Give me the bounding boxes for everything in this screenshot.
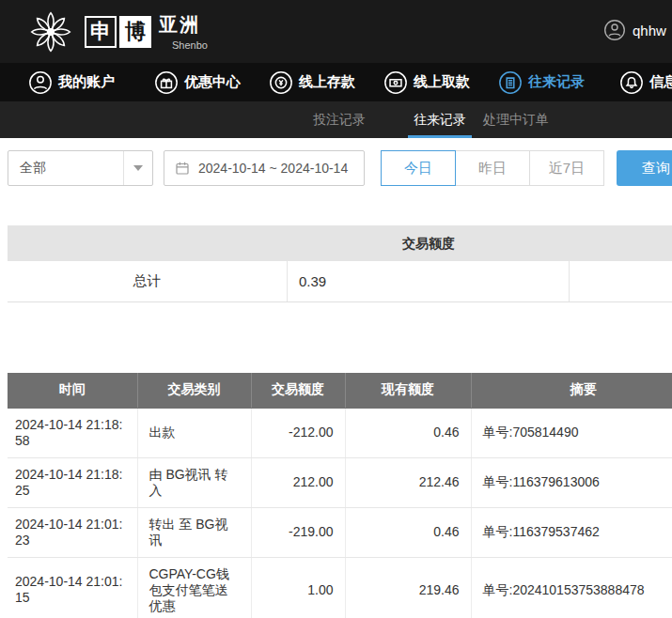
nav-item-records[interactable]: 往来记录 [498, 63, 585, 101]
table-cell: 1.00 [251, 557, 345, 618]
table-cell: 2024-10-14 21:01:15 [8, 557, 137, 618]
table-cell: 0.46 [345, 408, 471, 457]
calendar-icon [174, 160, 191, 177]
table-row: 2024-10-14 21:18:25由 BG视讯 转入212.00212.46… [8, 457, 672, 507]
records-icon [498, 70, 523, 95]
nav-item-deposit[interactable]: 线上存款 [269, 63, 355, 101]
date-range-input[interactable]: 2024-10-14 ~ 2024-10-14 [164, 150, 365, 186]
logo-region: 亚洲 [159, 12, 208, 38]
nav-item-messages[interactable]: 信息 [619, 63, 672, 101]
table-cell: 由 BG视讯 转入 [137, 457, 251, 507]
table-cell: 单号:116379613006 [471, 457, 672, 507]
nav-label: 线上取款 [414, 73, 470, 91]
table-cell: 212.00 [251, 457, 345, 507]
tab-transaction-records[interactable]: 往来记录 [414, 101, 466, 138]
record-tabs: 投注记录 往来记录 处理中订单 [0, 101, 672, 138]
top-bar: 申 博 亚洲 Shenbo qhhw [0, 0, 672, 63]
col-header-time: 时间 [8, 373, 137, 408]
nav-label: 优惠中心 [184, 73, 241, 91]
category-select[interactable]: 全部 [8, 150, 153, 186]
quick-filter-last7days[interactable]: 近7日 [529, 150, 604, 186]
logo-region-wrap: 亚洲 Shenbo [159, 12, 208, 51]
table-cell: 单号:202410153753888478 [471, 557, 672, 618]
col-header-type: 交易类别 [137, 373, 251, 408]
table-cell: 219.46 [345, 557, 471, 618]
table-cell: 转出 至 BG视讯 [137, 507, 251, 557]
nav-label: 往来记录 [528, 73, 585, 91]
search-button[interactable]: 查询 [617, 150, 672, 186]
table-cell: 212.46 [345, 457, 471, 507]
nav-item-promotions[interactable]: 优惠中心 [154, 63, 241, 101]
nav-label: 线上存款 [299, 73, 355, 91]
nav-item-my-account[interactable]: 我的账户 [28, 63, 115, 101]
transactions-body: 2024-10-14 21:18:58出款-212.000.46单号:70581… [8, 408, 672, 618]
tab-processing-orders[interactable]: 处理中订单 [483, 101, 549, 138]
filter-bar: 全部 2024-10-14 ~ 2024-10-14 今日 昨日 近7日 查询 [0, 138, 672, 199]
table-cell: 2024-10-14 21:18:25 [8, 457, 137, 507]
nav-label: 我的账户 [58, 73, 115, 91]
select-caret-zone [123, 151, 152, 185]
main-nav: 我的账户 优惠中心 线上存款 线上取款 往来记录 信息 [0, 63, 672, 101]
transactions-table: 时间 交易类别 交易额度 现有额度 摘要 2024-10-14 21:18:58… [8, 373, 672, 618]
table-cell: 2024-10-14 21:18:58 [8, 408, 137, 457]
user-account[interactable]: qhhw [603, 19, 666, 41]
summary-total-label: 总计 [8, 261, 288, 301]
quick-filter-today[interactable]: 今日 [381, 150, 456, 186]
category-select-value: 全部 [20, 160, 46, 177]
table-cell: 出款 [137, 408, 251, 457]
logo-wordmark: 申 博 [85, 16, 151, 48]
table-row: 2024-10-14 21:01:23转出 至 BG视讯-219.000.46单… [8, 507, 672, 557]
summary-table: 交易额度 总计 0.39 [8, 225, 672, 302]
table-cell: 单号:705814490 [471, 408, 672, 457]
table-cell: -212.00 [251, 408, 345, 457]
table-cell: 0.46 [345, 507, 471, 557]
summary-header: 交易额度 [8, 225, 672, 261]
username-label: qhhw [633, 23, 666, 39]
date-range-value: 2024-10-14 ~ 2024-10-14 [198, 161, 348, 176]
bell-icon [619, 70, 644, 95]
flower-logo-icon [26, 8, 75, 56]
gift-icon [154, 70, 179, 95]
col-header-summary: 摘要 [471, 373, 672, 408]
col-header-amount: 交易额度 [251, 373, 345, 408]
tab-betting-records[interactable]: 投注记录 [313, 101, 366, 138]
logo-subtitle: Shenbo [159, 39, 208, 51]
table-cell: -219.00 [251, 507, 345, 557]
chevron-down-icon [133, 165, 143, 171]
quick-filter-yesterday[interactable]: 昨日 [455, 150, 530, 186]
avatar-icon [603, 19, 626, 41]
table-header-row: 时间 交易类别 交易额度 现有额度 摘要 [8, 373, 672, 408]
table-cell: 单号:116379537462 [471, 507, 672, 557]
table-cell: CGPAY-CG钱包支付笔笔送优惠 [137, 557, 251, 618]
summary-total-row: 总计 0.39 [8, 261, 672, 302]
logo-char-bo: 博 [119, 16, 151, 48]
col-header-balance: 现有额度 [345, 373, 471, 408]
table-cell: 2024-10-14 21:01:23 [8, 507, 137, 557]
summary-amount-header: 交易额度 [288, 225, 570, 261]
summary-empty-cell [570, 261, 672, 301]
summary-total-value: 0.39 [288, 261, 570, 301]
logo-char-shen: 申 [85, 16, 117, 48]
table-row: 2024-10-14 21:18:58出款-212.000.46单号:70581… [8, 408, 672, 457]
withdraw-icon [383, 70, 408, 95]
user-icon [28, 70, 53, 95]
nav-item-withdraw[interactable]: 线上取款 [383, 63, 470, 101]
nav-label: 信息 [649, 73, 672, 91]
deposit-icon [269, 70, 293, 95]
brand-logo[interactable]: 申 博 亚洲 Shenbo [26, 0, 208, 63]
table-row: 2024-10-14 21:01:15CGPAY-CG钱包支付笔笔送优惠1.00… [8, 557, 672, 618]
